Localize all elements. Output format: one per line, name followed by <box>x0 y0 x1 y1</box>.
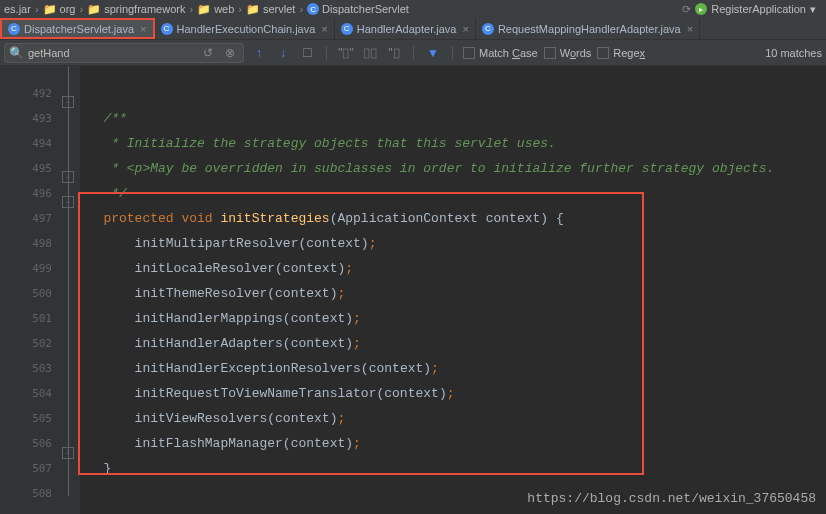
code-editor[interactable]: 492 493 494 495 496 497 498 499 500 501 … <box>0 66 826 514</box>
fold-marker-icon[interactable]: − <box>62 171 74 183</box>
close-icon[interactable]: × <box>687 23 693 35</box>
fold-marker-icon[interactable]: − <box>62 196 74 208</box>
clear-icon[interactable]: ⊗ <box>221 44 239 62</box>
tab-dispatcher-servlet[interactable]: C DispatcherServlet.java × <box>0 18 155 39</box>
words-checkbox[interactable]: Words <box>544 47 592 59</box>
chevron-right-icon: › <box>35 3 39 15</box>
search-input[interactable] <box>28 47 195 59</box>
match-case-checkbox[interactable]: Match Case <box>463 47 538 59</box>
search-box[interactable]: 🔍 ↺ ⊗ <box>4 43 244 63</box>
search-icon: 🔍 <box>9 46 24 60</box>
line-gutter: 492 493 494 495 496 497 498 499 500 501 … <box>0 66 60 514</box>
toggle-in-button[interactable]: "⌷" <box>337 44 355 62</box>
toggle-comment-button[interactable]: ⌷⌷ <box>361 44 379 62</box>
code-content[interactable]: /** * Initialize the strategy objects th… <box>80 66 826 514</box>
tab-request-mapping-handler-adapter[interactable]: C RequestMappingHandlerAdapter.java × <box>476 18 700 39</box>
filter-icon[interactable]: ▼ <box>424 44 442 62</box>
next-match-button[interactable]: ↓ <box>274 44 292 62</box>
watermark: https://blog.csdn.net/weixin_37650458 <box>527 491 816 506</box>
fold-marker-icon[interactable]: − <box>62 96 74 108</box>
fold-gutter: − − − ┘ <box>60 66 80 514</box>
history-icon[interactable]: ↺ <box>199 44 217 62</box>
tab-handler-adapter[interactable]: C HandlerAdapter.java × <box>335 18 476 39</box>
run-configuration[interactable]: ⟳ ▸ RegisterApplication ▾ <box>682 0 816 18</box>
toggle-string-button[interactable]: "⌷ <box>385 44 403 62</box>
prev-match-button[interactable]: ↑ <box>250 44 268 62</box>
search-toolbar: 🔍 ↺ ⊗ ↑ ↓ ☐ "⌷" ⌷⌷ "⌷ ▼ Match Case Words… <box>0 40 826 66</box>
close-icon[interactable]: × <box>140 23 146 35</box>
editor-tabs: C DispatcherServlet.java × C HandlerExec… <box>0 18 826 40</box>
close-icon[interactable]: × <box>321 23 327 35</box>
fold-end-icon[interactable]: ┘ <box>62 447 74 459</box>
match-count: 10 matches <box>765 47 822 59</box>
tab-handler-execution-chain[interactable]: C HandlerExecutionChain.java × <box>155 18 335 39</box>
select-all-button[interactable]: ☐ <box>298 44 316 62</box>
regex-checkbox[interactable]: Regex <box>597 47 645 59</box>
breadcrumb: es.jar › 📁 org › 📁 springframework › 📁 w… <box>0 0 826 18</box>
close-icon[interactable]: × <box>462 23 468 35</box>
